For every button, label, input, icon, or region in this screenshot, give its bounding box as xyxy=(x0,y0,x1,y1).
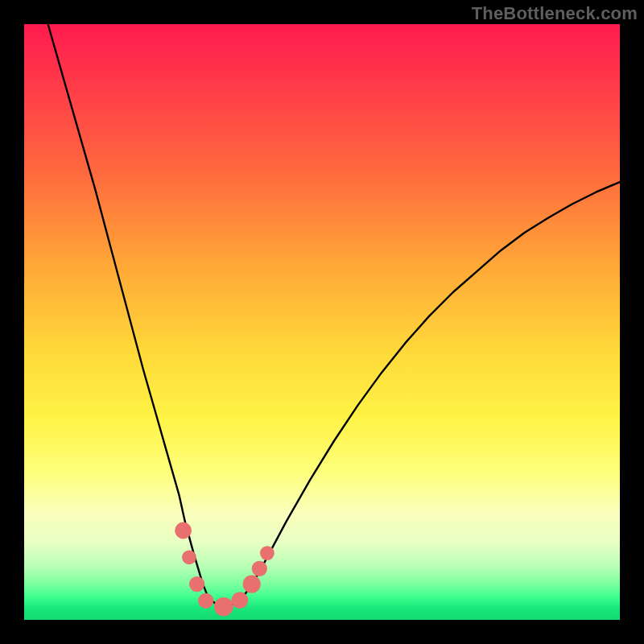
data-marker xyxy=(260,546,275,560)
plot-area xyxy=(24,24,620,620)
chart-frame: TheBottleneck.com xyxy=(0,0,644,644)
bottleneck-chart xyxy=(24,24,620,620)
data-marker xyxy=(182,550,196,564)
data-marker xyxy=(214,597,233,617)
data-marker xyxy=(175,522,192,539)
data-marker xyxy=(198,593,213,609)
watermark-text: TheBottleneck.com xyxy=(472,3,638,24)
curve-line xyxy=(48,24,620,607)
data-marker xyxy=(252,561,267,576)
data-marker xyxy=(189,576,204,592)
data-marker xyxy=(243,576,261,593)
data-marker xyxy=(232,592,249,609)
